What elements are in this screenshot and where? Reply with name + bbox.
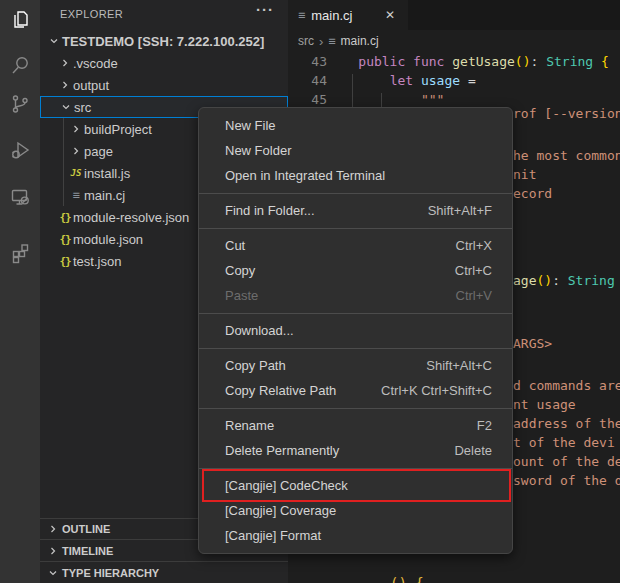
- menu-item-shortcut: Ctrl+X: [436, 238, 492, 253]
- menu-item-label: New File: [225, 118, 276, 133]
- breadcrumb-file[interactable]: main.cj: [341, 34, 379, 48]
- tab-label: main.cj: [311, 8, 376, 23]
- menu-item-cangjie-codecheck[interactable]: [Cangjie] CodeCheck: [199, 473, 512, 498]
- chevron-down-icon: [47, 567, 59, 579]
- menu-item-copy-relative-path[interactable]: Copy Relative Path Ctrl+K Ctrl+Shift+C: [199, 378, 512, 403]
- menu-item-label: Copy Path: [225, 358, 286, 373]
- menu-item-label: Rename: [225, 418, 274, 433]
- menu-separator: [199, 408, 512, 409]
- context-menu: New File New Folder Open in Integrated T…: [198, 107, 513, 554]
- chevron-right-icon: [70, 145, 82, 157]
- menu-item-find-in-folder[interactable]: Find in Folder... Shift+Alt+F: [199, 198, 512, 223]
- menu-item-download[interactable]: Download...: [199, 318, 512, 343]
- code-fragment: age(): String {: [513, 271, 620, 290]
- menu-item-shortcut: Ctrl+V: [436, 288, 492, 303]
- tree-item-vscode[interactable]: .vscode: [40, 52, 288, 74]
- run-debug-icon[interactable]: [8, 138, 32, 162]
- code-fragment: rof [--version: [513, 104, 620, 123]
- menu-item-label: [Cangjie] Format: [225, 528, 321, 543]
- menu-item-rename[interactable]: Rename F2: [199, 413, 512, 438]
- menu-item-copy[interactable]: Copy Ctrl+C: [199, 258, 512, 283]
- tab-bar: ≡ main.cj ✕: [288, 0, 620, 30]
- chevron-right-icon: [59, 57, 71, 69]
- code-fragment: d commands are: [513, 376, 620, 395]
- vscode-window: EXPLORER ··· TESTDEMO [SSH: 7.222.100.25…: [0, 0, 620, 583]
- more-actions-icon[interactable]: ···: [256, 1, 274, 18]
- menu-item-shortcut: F2: [457, 418, 492, 433]
- menu-item-open-integrated-terminal[interactable]: Open in Integrated Terminal: [199, 163, 512, 188]
- search-icon[interactable]: [8, 53, 32, 77]
- tree-item-label: page: [84, 144, 113, 159]
- code-fragment: sword of the d: [513, 471, 620, 490]
- code-fragment: nt usage: [513, 395, 576, 414]
- panel-label: OUTLINE: [62, 523, 110, 535]
- remote-explorer-icon[interactable]: [8, 185, 32, 209]
- breadcrumb-folder[interactable]: src: [298, 34, 314, 48]
- menu-item-cut[interactable]: Cut Ctrl+X: [199, 233, 512, 258]
- menu-item-shortcut: Ctrl+K Ctrl+Shift+C: [361, 383, 492, 398]
- tree-item-label: output: [73, 78, 109, 93]
- menu-item-new-file[interactable]: New File: [199, 113, 512, 138]
- code-fragment: address of the: [513, 414, 620, 433]
- tree-item-testdemo-root[interactable]: TESTDEMO [SSH: 7.222.100.252]: [40, 30, 288, 52]
- menu-item-cangjie-coverage[interactable]: [Cangjie] Coverage: [199, 498, 512, 523]
- menu-item-label: Paste: [225, 288, 258, 303]
- breadcrumb: src › ≡ main.cj: [288, 30, 620, 52]
- tab-main-cj[interactable]: ≡ main.cj ✕: [288, 0, 408, 30]
- tree-indent-guide: [63, 118, 64, 206]
- menu-item-label: Download...: [225, 323, 294, 338]
- activity-bar: [0, 0, 40, 583]
- menu-separator: [199, 193, 512, 194]
- chevron-right-icon: ›: [319, 34, 323, 49]
- code-fragment-below-menu: () {: [390, 575, 424, 583]
- tree-item-output[interactable]: output: [40, 74, 288, 96]
- close-icon[interactable]: ✕: [382, 7, 398, 23]
- indent-guide: [352, 74, 353, 109]
- code-fragment: nit: [513, 165, 536, 184]
- menu-separator: [199, 348, 512, 349]
- js-file-icon: JS: [71, 168, 82, 178]
- source-control-icon[interactable]: [8, 92, 32, 116]
- menu-item-label: Copy Relative Path: [225, 383, 336, 398]
- panel-label: TYPE HIERARCHY: [62, 567, 159, 579]
- file-icon: ≡: [298, 8, 305, 22]
- chevron-right-icon: [70, 123, 82, 135]
- menu-item-shortcut: Shift+Alt+F: [408, 203, 492, 218]
- code-line: 44 let usage =: [288, 71, 620, 90]
- tree-item-label: test.json: [73, 254, 121, 269]
- menu-item-cangjie-format[interactable]: [Cangjie] Format: [199, 523, 512, 548]
- menu-item-copy-path[interactable]: Copy Path Shift+Alt+C: [199, 353, 512, 378]
- chevron-down-icon: [48, 35, 60, 47]
- tree-item-label: buildProject: [84, 122, 152, 137]
- menu-item-label: Open in Integrated Terminal: [225, 168, 385, 183]
- menu-item-label: New Folder: [225, 143, 291, 158]
- code-fragment: ARGS>: [513, 334, 552, 353]
- menu-item-delete-permanently[interactable]: Delete Permanently Delete: [199, 438, 512, 463]
- file-icon: ≡: [72, 188, 79, 202]
- menu-separator: [199, 228, 512, 229]
- menu-item-label: [Cangjie] CodeCheck: [225, 478, 348, 493]
- menu-item-shortcut: Delete: [434, 443, 492, 458]
- panel-header-type-hierarchy[interactable]: TYPE HIERARCHY: [40, 561, 288, 583]
- menu-separator: [199, 313, 512, 314]
- code-fragment: ount of the de: [513, 452, 620, 471]
- tree-item-label: module.json: [73, 232, 143, 247]
- panel-label: TIMELINE: [62, 545, 113, 557]
- explorer-icon[interactable]: [8, 8, 32, 32]
- extensions-icon[interactable]: [8, 241, 32, 265]
- chevron-down-icon: [60, 101, 72, 113]
- menu-item-label: Find in Folder...: [225, 203, 315, 218]
- code-fragment: ecord: [513, 184, 552, 203]
- line-number: 43: [288, 52, 327, 71]
- menu-item-label: Copy: [225, 263, 255, 278]
- chevron-right-icon: [59, 79, 71, 91]
- code-fragment: t of the devi: [513, 433, 615, 452]
- code-area[interactable]: 43 public func getUsage(): String { 44 l…: [288, 52, 620, 109]
- menu-item-new-folder[interactable]: New Folder: [199, 138, 512, 163]
- tree-item-label: module-resolve.json: [73, 210, 189, 225]
- json-file-icon: {}: [59, 233, 70, 246]
- json-file-icon: {}: [59, 255, 70, 268]
- line-number: 44: [288, 71, 327, 90]
- json-file-icon: {}: [59, 211, 70, 224]
- menu-item-paste[interactable]: Paste Ctrl+V: [199, 283, 512, 308]
